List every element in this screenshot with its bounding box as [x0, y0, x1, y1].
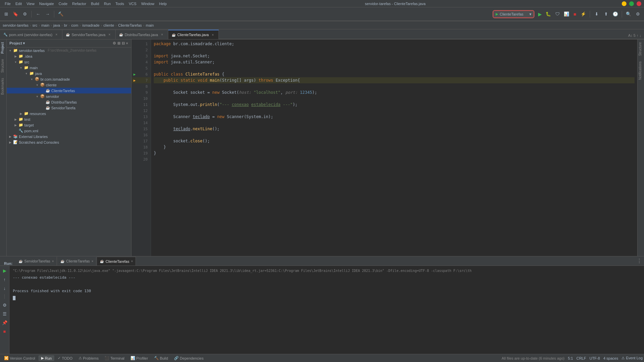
structure-tab-vertical[interactable]: Structure	[0, 56, 6, 76]
stop-button[interactable]: ■	[572, 11, 578, 18]
status-event-log[interactable]: ⚠ Event Log	[621, 356, 643, 360]
menu-build[interactable]: Build	[89, 1, 101, 6]
toolbar-project-btn[interactable]: ⊞	[2, 10, 10, 18]
tab-distribui-close[interactable]: ×	[160, 32, 165, 37]
tree-distribui[interactable]: ☕ DistribuiTarefas	[7, 99, 131, 105]
tab-cliente-close[interactable]: ×	[210, 32, 215, 37]
run-sidebar-up-btn[interactable]: ↑	[1, 276, 8, 283]
tree-cliente-pkg[interactable]: ▾ 📦 cliente	[7, 82, 131, 88]
breadcrumb-ismadrade[interactable]: ismadrade	[82, 23, 99, 27]
bookmarks-tab-vertical[interactable]: Bookmarks	[0, 75, 6, 98]
menu-refactor[interactable]: Refactor	[70, 1, 88, 6]
breadcrumb-cliente[interactable]: cliente	[104, 23, 114, 27]
tree-br-com-ismadrade[interactable]: ▾ 📦 br.com.ismadrade	[7, 76, 131, 82]
tree-src[interactable]: ▾ 📁 src	[7, 59, 131, 65]
run-panel-options-btn[interactable]: ⋮	[637, 258, 642, 264]
bottom-btn-terminal[interactable]: ⬛ Terminal	[102, 355, 127, 361]
status-indent[interactable]: 4 spaces	[603, 356, 618, 360]
menu-file[interactable]: File	[3, 1, 13, 6]
run-sidebar-pin-btn[interactable]: 📌	[1, 319, 8, 326]
minimize-button[interactable]: −	[622, 1, 626, 6]
toolbar-back-btn[interactable]: ←	[34, 10, 42, 18]
tree-resources[interactable]: ▶ 📁 resources	[7, 111, 131, 116]
bottom-btn-problems[interactable]: ⚠ Problems	[76, 355, 101, 361]
sidebar-close[interactable]: ×	[126, 41, 128, 46]
run-sidebar-stop-btn[interactable]: ■	[1, 328, 8, 335]
bottom-btn-build[interactable]: 🔨 Build	[151, 355, 171, 361]
run-marker-7[interactable]: ▶	[131, 78, 138, 83]
toolbar-bookmark-btn[interactable]: 🔖	[11, 10, 20, 18]
sidebar-expand[interactable]: ⊞	[117, 41, 121, 46]
code-editor[interactable]: package br.com.ismadrade.cliente; import…	[151, 39, 637, 256]
menu-window[interactable]: Window	[139, 1, 156, 6]
tree-clientetarefas[interactable]: ☕ ClienteTarefas	[7, 88, 131, 93]
git-update-btn[interactable]: ⬇	[592, 10, 601, 18]
run-sidebar-down-btn[interactable]: ↓	[1, 285, 8, 291]
search-everywhere-btn[interactable]: 🔍	[624, 10, 633, 18]
status-line-col[interactable]: 5:1	[568, 356, 573, 360]
run-sidebar-run-btn[interactable]: ▶	[1, 267, 8, 274]
tree-target[interactable]: ▶ 📁 target	[7, 122, 131, 128]
bottom-btn-profiler[interactable]: 📊 Profiler	[128, 355, 151, 361]
settings-btn[interactable]: ⚙	[634, 10, 642, 18]
sidebar-collapse[interactable]: ⊟	[121, 41, 125, 46]
menu-navigate[interactable]: Navigate	[37, 1, 56, 6]
bottom-btn-dependencies[interactable]: 🔗 Dependencies	[171, 355, 206, 361]
menu-tools[interactable]: Tools	[113, 1, 126, 6]
gutter-line-7[interactable]: ▶ 7	[131, 77, 151, 83]
tree-main[interactable]: ▾ 📁 main	[7, 65, 131, 71]
breadcrumb-java[interactable]: java	[53, 23, 60, 27]
window-controls[interactable]: − □ ×	[622, 1, 641, 6]
tab-servidor-close[interactable]: ×	[107, 32, 112, 37]
breadcrumb-src[interactable]: src	[32, 23, 37, 27]
breadcrumb-main-method[interactable]: main	[146, 23, 154, 27]
right-tab-notifications[interactable]: Notifications	[638, 59, 644, 82]
tab-cliente-tarefas-java[interactable]: ☕ ClienteTarefas.java ×	[168, 30, 219, 39]
run-config-selector[interactable]: ▶ ClienteTarefas ▾	[493, 11, 534, 18]
tree-idea[interactable]: ▶ 📁 .idea	[7, 53, 131, 59]
menu-run[interactable]: Run	[102, 1, 113, 6]
breadcrumb-clientetarefas[interactable]: ClienteTarefas	[118, 23, 142, 27]
toolbar-forward-btn[interactable]: →	[43, 10, 52, 18]
tree-servidor-tarefa[interactable]: ☕ ServidorTarefa	[7, 105, 131, 111]
maximize-button[interactable]: □	[629, 1, 634, 6]
project-tab-vertical[interactable]: Project	[0, 39, 6, 56]
code-container[interactable]: 1 2 3 4 5 ▶	[131, 39, 637, 256]
run-tab-cliente2[interactable]: ☕ ClienteTarefas ×	[97, 257, 136, 266]
cliente2-tab-close[interactable]: ×	[131, 259, 133, 263]
tab-pom-xml[interactable]: 🔧 pom.xml (servidor-tarefas) ×	[0, 30, 62, 39]
breadcrumb-main[interactable]: main	[41, 23, 49, 27]
menu-edit[interactable]: Edit	[13, 1, 24, 6]
tab-servidor-tarefas-java[interactable]: ☕ ServidorTarefas.java ×	[62, 30, 115, 39]
tab-distribui-tarefas-java[interactable]: ☕ DistribuiTarefas.java ×	[116, 30, 168, 39]
bottom-btn-run[interactable]: ▶ Run	[38, 355, 54, 361]
tree-external-libs[interactable]: ▶ 📚 External Libraries	[7, 134, 131, 139]
right-tab-structure[interactable]: Structure	[638, 39, 644, 59]
git-push-btn[interactable]: ⬆	[602, 10, 610, 18]
build-project-btn[interactable]: ⚡	[579, 10, 587, 18]
bottom-btn-version-control[interactable]: 🔀 Version Control	[1, 355, 38, 361]
bottom-btn-todo[interactable]: ✓ TODO	[55, 355, 75, 361]
toolbar-structure-btn[interactable]: ⚙	[21, 10, 29, 18]
menu-help[interactable]: Help	[157, 1, 169, 6]
toolbar-build-btn[interactable]: 🔨	[57, 10, 65, 18]
cliente1-tab-close[interactable]: ×	[91, 259, 93, 263]
breadcrumb-br[interactable]: br	[64, 23, 67, 27]
gutter-line-6[interactable]: ▶ 6	[131, 71, 151, 77]
tree-test[interactable]: ▶ 📁 test	[7, 116, 131, 122]
run-marker-6[interactable]: ▶	[131, 72, 138, 77]
menu-vcs[interactable]: VCS	[127, 1, 139, 6]
tree-root[interactable]: ▾ 📁 servidor-tarefas F:\src\threads_2\se…	[7, 48, 131, 53]
debug-button[interactable]: 🐛	[544, 10, 552, 18]
menu-bar[interactable]: FileEditViewNavigateCodeRefactorBuildRun…	[3, 1, 169, 6]
coverage-button[interactable]: 🛡	[553, 10, 561, 18]
run-sidebar-layout-btn[interactable]: ☰	[1, 310, 8, 317]
menu-code[interactable]: Code	[57, 1, 69, 6]
git-history-btn[interactable]: 🕐	[611, 10, 619, 18]
breadcrumb-servidor-tarefas[interactable]: servidor-tarefas	[3, 23, 28, 27]
close-button[interactable]: ×	[637, 1, 641, 6]
status-crlf[interactable]: CRLF	[576, 356, 586, 360]
tab-pom-close[interactable]: ×	[54, 32, 59, 37]
servidor-tab-close[interactable]: ×	[52, 259, 54, 263]
run-tab-servidor[interactable]: ☕ ServidorTarefas ×	[16, 257, 57, 266]
